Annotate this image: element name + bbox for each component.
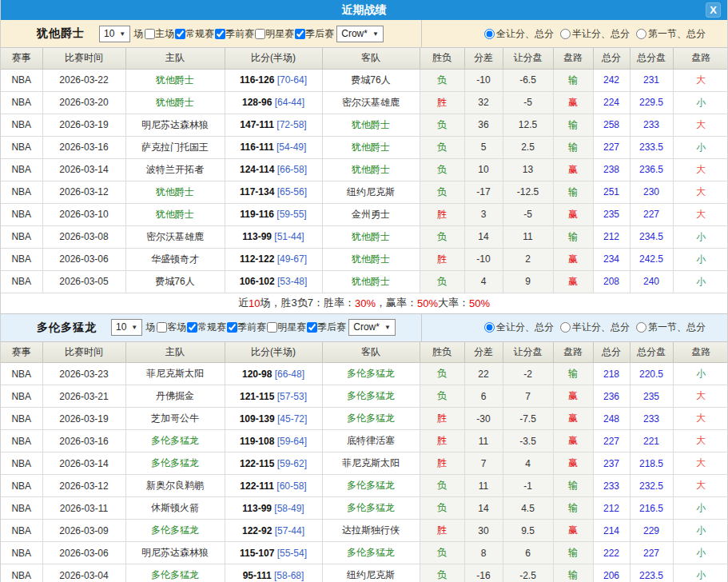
ou-cell: 小	[673, 225, 728, 248]
games-count-select[interactable]: 10▼	[99, 26, 130, 42]
table-row: NBA2026-03-22犹他爵士116-126 [70-64]费城76人负-1…	[1, 69, 728, 91]
odds-source-select[interactable]: Crow*▼	[348, 319, 396, 336]
home-team-cell: 犹他爵士	[125, 91, 225, 114]
handicap-cell: -2.5	[503, 564, 553, 582]
checkbox-input[interactable]	[255, 29, 265, 39]
handicap-cell: -1	[503, 475, 553, 497]
checkbox-input[interactable]	[227, 322, 237, 333]
away-team-cell: 纽约尼克斯	[322, 181, 420, 203]
table-row: NBA2026-03-09多伦多猛龙122-92 [57-44]达拉斯独行侠胜3…	[1, 520, 728, 542]
checkbox-input[interactable]	[307, 322, 317, 333]
checkbox-input[interactable]	[157, 322, 167, 333]
filter-checkbox-季前赛[interactable]: 季前赛	[215, 27, 255, 41]
total-line-cell: 240	[630, 270, 673, 293]
summary-segment: 50%	[417, 297, 438, 309]
checkbox-input[interactable]	[295, 29, 305, 39]
score-cell: 113-99 [58-49]	[225, 497, 322, 520]
radio-input[interactable]	[636, 29, 646, 39]
column-header: 胜负	[420, 342, 464, 363]
home-team-cell: 多伦多猛龙	[125, 430, 225, 452]
handicap-result-cell: 输	[553, 136, 593, 158]
filter-checkbox-季后赛[interactable]: 季后赛	[295, 27, 335, 41]
diff-cell: 14	[464, 225, 503, 248]
table-row: NBA2026-03-11休斯顿火箭113-99 [58-49]多伦多猛龙负14…	[1, 497, 728, 520]
filter-checkbox-明星赛[interactable]: 明星赛	[267, 321, 307, 334]
filter-checkbox-季前赛[interactable]: 季前赛	[227, 321, 267, 334]
home-team-cell: 费城76人	[125, 270, 225, 293]
checkbox-input[interactable]	[267, 322, 277, 333]
summary-segment: 大率：	[438, 296, 469, 310]
date-cell: 2026-03-16	[42, 136, 125, 158]
odds-source-select[interactable]: Crow*▼	[336, 26, 384, 42]
table-row: NBA2026-03-16多伦多猛龙119-108 [59-64]底特律活塞胜1…	[1, 430, 728, 452]
handicap-cell: 9	[503, 270, 553, 293]
filter-label: 客场	[167, 321, 186, 334]
date-cell: 2026-03-10	[42, 203, 125, 225]
result-cell: 胜	[420, 91, 464, 114]
total-line-cell: 216.5	[630, 497, 673, 520]
results-table: 赛事比赛时间主队比分(半场)客队胜负分差让分盘盘路总分总分盘盘路NBA2026-…	[1, 342, 728, 582]
total-line-cell: 220.5	[630, 363, 673, 385]
ou-cell: 大	[673, 430, 728, 452]
close-icon[interactable]: X	[706, 2, 721, 18]
league-cell: NBA	[1, 203, 42, 225]
checkbox-input[interactable]	[175, 29, 185, 39]
total-cell: 242	[593, 69, 630, 91]
radio-input[interactable]	[484, 322, 495, 333]
total-cell: 235	[593, 203, 630, 225]
market-radio-1[interactable]: 半让分、总分	[560, 321, 630, 334]
market-radio-0[interactable]: 全让分、总分	[484, 321, 554, 334]
total-line-cell: 229	[630, 520, 673, 542]
total-line-cell: 233.5	[630, 136, 673, 158]
date-cell: 2026-03-06	[42, 542, 125, 564]
checkbox-input[interactable]	[145, 29, 155, 39]
market-radio-0[interactable]: 全让分、总分	[484, 27, 554, 41]
home-team-cell: 犹他爵士	[125, 203, 225, 225]
checkbox-input[interactable]	[215, 29, 225, 39]
total-cell: 222	[593, 542, 630, 564]
score-cell: 122-115 [59-62]	[225, 452, 322, 475]
away-team-cell: 达拉斯独行侠	[322, 520, 420, 542]
radio-label: 半让分、总分	[572, 321, 630, 334]
date-cell: 2026-03-04	[42, 564, 125, 582]
column-header: 赛事	[1, 48, 42, 69]
column-header: 比分(半场)	[225, 342, 322, 363]
league-cell: NBA	[1, 248, 42, 270]
ou-cell: 大	[673, 114, 728, 136]
filter-label: 明星赛	[277, 321, 306, 334]
date-cell: 2026-03-14	[42, 158, 125, 181]
radio-label: 全让分、总分	[496, 27, 554, 41]
filter-checkbox-常规赛[interactable]: 常规赛	[187, 321, 227, 334]
market-radio-1[interactable]: 半让分、总分	[560, 27, 630, 41]
filter-checkbox-主场[interactable]: 主场	[145, 27, 175, 41]
handicap-cell: 4	[503, 452, 553, 475]
handicap-result-cell: 输	[553, 225, 593, 248]
home-team-cell: 萨克拉门托国王	[125, 136, 225, 158]
away-team-cell: 犹他爵士	[322, 270, 420, 293]
home-team-cell: 丹佛掘金	[125, 385, 225, 408]
market-radio-2[interactable]: 第一节、总分	[636, 27, 706, 41]
table-row: NBA2026-03-23菲尼克斯太阳120-98 [66-48]多伦多猛龙负2…	[1, 363, 728, 385]
handicap-result-cell: 赢	[553, 520, 593, 542]
filter-checkbox-常规赛[interactable]: 常规赛	[175, 27, 215, 41]
filter-checkbox-明星赛[interactable]: 明星赛	[255, 27, 295, 41]
score-cell: 128-96 [64-44]	[225, 91, 322, 114]
result-cell: 负	[420, 225, 464, 248]
away-team-cell: 纽约尼克斯	[322, 564, 420, 582]
radio-input[interactable]	[636, 322, 646, 333]
result-cell: 负	[420, 181, 464, 203]
recent-results-modal: 近期战绩 X 犹他爵士10▼场主场常规赛季前赛明星赛季后赛Crow*▼全让分、总…	[0, 0, 728, 582]
radio-input[interactable]	[560, 322, 571, 333]
radio-input[interactable]	[484, 29, 495, 39]
handicap-result-cell: 赢	[553, 408, 593, 430]
ou-cell: 小	[673, 564, 728, 582]
games-count-select[interactable]: 10▼	[111, 319, 142, 336]
away-team-cell: 多伦多猛龙	[322, 408, 420, 430]
filter-checkbox-客场[interactable]: 客场	[157, 321, 187, 334]
radio-input[interactable]	[560, 29, 571, 39]
filter-checkbox-季后赛[interactable]: 季后赛	[307, 321, 347, 334]
table-row: NBA2026-03-12犹他爵士117-134 [65-56]纽约尼克斯负-1…	[1, 181, 728, 203]
total-line-cell: 218.5	[630, 452, 673, 475]
market-radio-2[interactable]: 第一节、总分	[636, 321, 706, 334]
checkbox-input[interactable]	[187, 322, 197, 333]
